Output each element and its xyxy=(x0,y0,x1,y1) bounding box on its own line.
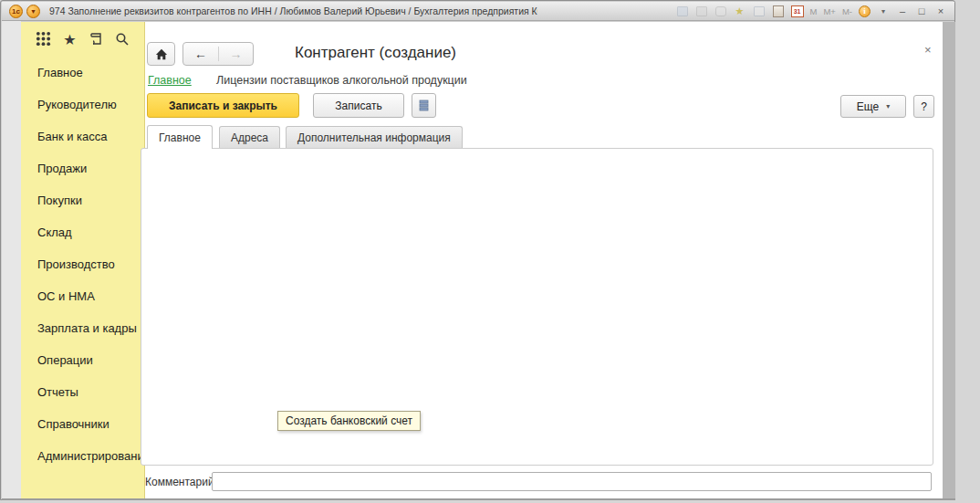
sidebar-item-administrirovanie[interactable]: Администрирование xyxy=(21,440,144,472)
notes-icon[interactable] xyxy=(753,5,766,17)
sections-sidebar: ★ Главное Руководителю Банк и касса Прод… xyxy=(21,22,145,498)
page-title: Контрагент (создание) xyxy=(295,44,456,62)
more-button-label: Еще xyxy=(857,100,879,113)
menu-grid-icon[interactable] xyxy=(36,31,51,49)
nav-link-glavnoe[interactable]: Главное xyxy=(148,74,192,87)
add-favorite-icon[interactable]: ★ xyxy=(734,5,746,17)
print-icon[interactable] xyxy=(695,5,708,17)
save-and-close-button[interactable]: Записать и закрыть xyxy=(147,93,299,118)
sidebar-item-prodazhi[interactable]: Продажи xyxy=(21,152,144,184)
maximize-button[interactable]: □ xyxy=(915,5,928,16)
sidebar-item-bank-i-kassa[interactable]: Банк и касса xyxy=(21,121,144,152)
tab-dop-informatsiya[interactable]: Дополнительная информация xyxy=(286,126,463,149)
back-button[interactable]: ← xyxy=(183,47,218,61)
home-icon xyxy=(155,48,168,60)
sidebar-item-os-i-nma[interactable]: ОС и НМА xyxy=(21,280,144,312)
app-window: 1с ▼ 974 Заполнение реквизитов контраген… xyxy=(0,0,955,500)
window-title: 974 Заполнение реквизитов контрагентов п… xyxy=(49,5,537,16)
calendar-icon[interactable]: 31 xyxy=(791,5,804,17)
main-menu-button[interactable]: ▼ xyxy=(26,5,40,18)
title-bar: 1с ▼ 974 Заполнение реквизитов контраген… xyxy=(2,2,954,21)
sidebar-item-rukovoditelyu[interactable]: Руководителю xyxy=(21,89,144,121)
window-frame-left xyxy=(2,21,21,498)
sidebar-item-pokupki[interactable]: Покупки xyxy=(21,184,144,216)
search-icon[interactable] xyxy=(115,32,130,49)
window-frame-bottom xyxy=(2,498,955,500)
list-icon xyxy=(419,100,429,111)
tab-content-panel xyxy=(141,148,933,466)
window-close-button[interactable]: × xyxy=(934,5,947,16)
sidebar-item-glavnoe[interactable]: Главное xyxy=(21,57,144,89)
calculator-icon[interactable] xyxy=(772,5,785,17)
memory-m-minus-button[interactable]: M- xyxy=(842,6,852,16)
document-structure-button[interactable] xyxy=(412,93,436,118)
form-close-icon[interactable]: × xyxy=(924,43,932,57)
sidebar-item-otchety[interactable]: Отчеты xyxy=(21,376,144,408)
memory-m-button[interactable]: M xyxy=(810,6,818,16)
home-button[interactable] xyxy=(147,42,175,66)
save-button[interactable]: Записать xyxy=(313,93,404,118)
forward-button[interactable]: → xyxy=(218,47,253,61)
save-icon[interactable] xyxy=(676,5,689,17)
sidebar-item-spravochniki[interactable]: Справочники xyxy=(21,408,144,440)
more-button[interactable]: Еще ▾ xyxy=(840,95,906,118)
window-frame-right xyxy=(943,22,955,498)
sidebar-item-operatsii[interactable]: Операции xyxy=(21,344,144,376)
nav-link-licenzii[interactable]: Лицензии поставщиков алкогольной продукц… xyxy=(216,74,467,87)
comment-input[interactable] xyxy=(212,472,932,491)
help-button[interactable]: ? xyxy=(913,95,934,118)
history-nav-group: ← → xyxy=(182,42,254,66)
sidebar-item-zarplata-i-kadry[interactable]: Зарплата и кадры xyxy=(21,312,144,344)
1c-logo-icon: 1с xyxy=(9,5,23,18)
create-bank-account-tooltip: Создать банковский счет xyxy=(277,411,421,431)
comment-label: Комментарий: xyxy=(145,476,217,488)
tab-glavnoe[interactable]: Главное xyxy=(147,125,213,149)
print-preview-icon[interactable] xyxy=(714,5,727,17)
favorites-star-icon[interactable]: ★ xyxy=(63,33,76,47)
sidebar-item-proizvodstvo[interactable]: Производство xyxy=(21,248,144,280)
info-icon[interactable]: i xyxy=(859,5,871,17)
tab-adresa[interactable]: Адреса xyxy=(219,126,280,149)
info-dropdown-caret-icon[interactable]: ▾ xyxy=(877,5,890,17)
history-icon[interactable] xyxy=(89,32,103,49)
minimize-button[interactable]: – xyxy=(896,5,909,16)
memory-m-plus-button[interactable]: M+ xyxy=(823,6,835,16)
sidebar-item-sklad[interactable]: Склад xyxy=(21,216,144,248)
more-caret-icon: ▾ xyxy=(886,102,890,110)
